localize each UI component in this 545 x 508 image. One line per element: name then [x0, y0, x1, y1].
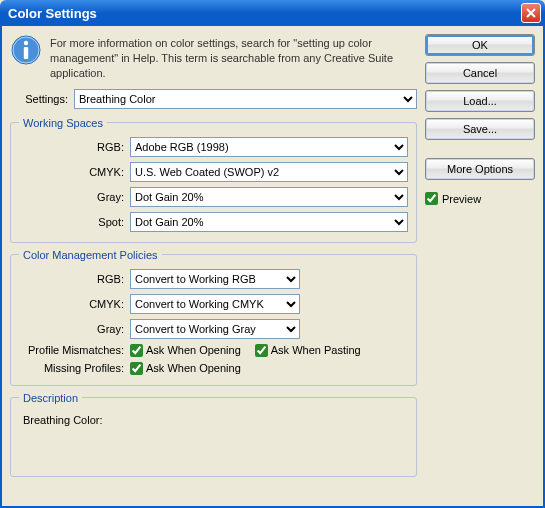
svg-point-2 [24, 41, 28, 45]
preview-checkbox[interactable] [425, 192, 438, 205]
missing-ask-opening-checkbox[interactable] [130, 362, 143, 375]
pol-cmyk-select[interactable]: Convert to Working CMYK [130, 294, 300, 314]
mismatch-ask-opening-checkbox[interactable] [130, 344, 143, 357]
save-button[interactable]: Save... [425, 118, 535, 140]
ws-gray-label: Gray: [19, 191, 124, 203]
description-text: Breathing Color: [19, 412, 408, 466]
info-text: For more information on color settings, … [50, 34, 417, 81]
right-column: OK Cancel Load... Save... More Options P… [425, 34, 535, 498]
info-icon [10, 34, 42, 66]
mismatch-ask-pasting-checkbox[interactable] [255, 344, 268, 357]
titlebar: Color Settings [0, 0, 545, 26]
missing-label: Missing Profiles: [19, 362, 124, 374]
mismatch-ask-opening-text: Ask When Opening [146, 344, 241, 356]
missing-ask-opening-text: Ask When Opening [146, 362, 241, 374]
description-group: Description Breathing Color: [10, 392, 417, 477]
svg-rect-3 [24, 47, 28, 59]
ws-rgb-select[interactable]: Adobe RGB (1998) [130, 137, 408, 157]
settings-label: Settings: [10, 93, 68, 105]
cancel-button[interactable]: Cancel [425, 62, 535, 84]
missing-ask-opening[interactable]: Ask When Opening [130, 362, 241, 375]
window-title: Color Settings [8, 6, 97, 21]
close-icon [526, 8, 536, 18]
pol-rgb-select[interactable]: Convert to Working RGB [130, 269, 300, 289]
preview-row: Preview [425, 192, 535, 205]
working-spaces-legend: Working Spaces [19, 117, 107, 129]
left-column: For more information on color settings, … [10, 34, 425, 498]
policies-legend: Color Management Policies [19, 249, 162, 261]
pol-gray-label: Gray: [19, 323, 124, 335]
info-row: For more information on color settings, … [10, 34, 417, 81]
mismatch-ask-opening[interactable]: Ask When Opening [130, 344, 241, 357]
ws-rgb-label: RGB: [19, 141, 124, 153]
ws-cmyk-select[interactable]: U.S. Web Coated (SWOP) v2 [130, 162, 408, 182]
ws-gray-select[interactable]: Dot Gain 20% [130, 187, 408, 207]
dialog-body: For more information on color settings, … [0, 26, 545, 508]
preview-label: Preview [442, 193, 481, 205]
ws-cmyk-label: CMYK: [19, 166, 124, 178]
policies-group: Color Management Policies RGB: Convert t… [10, 249, 417, 386]
ws-spot-select[interactable]: Dot Gain 20% [130, 212, 408, 232]
pol-gray-select[interactable]: Convert to Working Gray [130, 319, 300, 339]
working-spaces-group: Working Spaces RGB: Adobe RGB (1998) CMY… [10, 117, 417, 243]
description-legend: Description [19, 392, 82, 404]
mismatch-label: Profile Mismatches: [19, 344, 124, 356]
close-button[interactable] [521, 3, 541, 23]
load-button[interactable]: Load... [425, 90, 535, 112]
ok-button[interactable]: OK [425, 34, 535, 56]
pol-cmyk-label: CMYK: [19, 298, 124, 310]
more-options-button[interactable]: More Options [425, 158, 535, 180]
spacer [425, 146, 535, 152]
ws-spot-label: Spot: [19, 216, 124, 228]
mismatch-ask-pasting-text: Ask When Pasting [271, 344, 361, 356]
pol-rgb-label: RGB: [19, 273, 124, 285]
settings-row: Settings: Breathing Color [10, 89, 417, 109]
mismatch-ask-pasting[interactable]: Ask When Pasting [255, 344, 361, 357]
settings-select[interactable]: Breathing Color [74, 89, 417, 109]
